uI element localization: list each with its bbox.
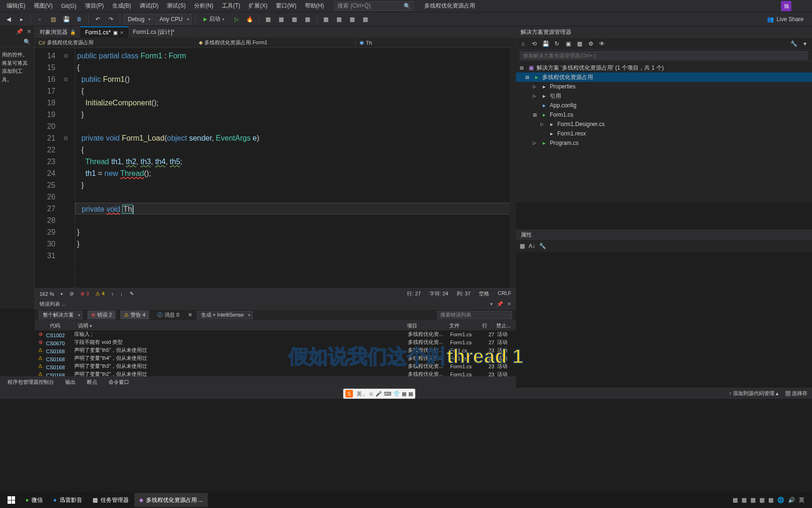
start-no-debug-icon[interactable]: ▷ [231,14,242,24]
menu-build[interactable]: 生成(B) [109,0,135,12]
tb-icon-4[interactable]: ▦ [302,14,313,24]
tree-node[interactable]: ▷▸Form1.Designer.cs [516,119,812,129]
nav-fwd-icon[interactable]: ▸ [16,14,27,24]
tb-icon-2[interactable]: ▦ [276,14,287,24]
alpha-icon[interactable]: A↓ [529,243,535,249]
zoom-level[interactable]: 162 % [39,291,54,297]
save-icon[interactable]: 💾 [541,40,550,48]
tray-icon[interactable]: ▦ [768,497,773,503]
task-vs[interactable]: ◆多线程优化资源占用 ... [134,493,208,507]
select-repo[interactable]: ▦ 选择存 [785,390,807,397]
eol-mode[interactable]: CRLF [498,290,511,297]
tab-breakpoints[interactable]: 断点 [82,377,102,387]
scope-combo[interactable]: 整个解决方案 [39,311,83,319]
solx-search[interactable] [516,50,812,61]
nav-up-icon[interactable]: ↑ [111,291,114,297]
tree-node[interactable]: ▤▸Form1.cs [516,110,812,119]
warnings-filter[interactable]: ⚠警告 4 [120,310,149,319]
code-editor[interactable]: 141516171819202122232425262728293031 ⊟⊟⊟… [35,48,516,288]
tree-node[interactable]: ▷▸引用 [516,91,812,101]
tray-icon[interactable]: ▦ [733,497,738,503]
indent-mode[interactable]: 空格 [479,290,489,297]
tree-node[interactable]: ▷▸Properties [516,82,812,91]
fold-gutter[interactable]: ⊟⊟⊟ [61,48,70,288]
tab-object-browser[interactable]: 对象浏览器 🔒 [35,26,80,38]
tray-icon[interactable]: ▦ [759,497,765,503]
tb-icon-3[interactable]: ▦ [289,14,300,24]
categorize-icon[interactable]: ▦ [520,243,525,249]
emoji-icon[interactable]: ☺ [368,391,374,397]
tree-node[interactable]: ▸App.config [516,101,812,110]
tree-node[interactable]: ▷▸Program.cs [516,138,812,148]
dropdown-icon[interactable]: ▾ [490,301,493,307]
filter-icon[interactable]: ▾ [801,40,809,48]
search-icon[interactable]: 🔍 [23,39,31,45]
open-icon[interactable]: ▤ [47,14,59,24]
wrench-icon[interactable]: 🔧 [789,40,798,48]
cleanup-icon[interactable]: ✎ [130,291,134,297]
menu-analyze[interactable]: 分析(N) [190,0,217,12]
pin-icon[interactable]: 📌 [16,28,23,35]
ime-lang[interactable]: 英 , [355,390,367,397]
task-taskmgr[interactable]: ▦任务管理器 [88,493,133,507]
menu-extensions[interactable]: 扩展(X) [245,0,271,12]
start-button[interactable] [3,493,20,507]
skin-icon[interactable]: 👕 [393,391,400,397]
system-tray[interactable]: ▦ ▦ ▦ ▦ ▦ 🌐 🔊 英 [733,496,809,504]
code-area[interactable]: public partial class Form1 : Form{ publi… [75,48,516,288]
home-icon[interactable]: ⌂ [519,40,527,48]
tb-icon-8[interactable]: ▦ [360,14,371,24]
keyboard-icon[interactable]: ⌨ [384,391,391,397]
platform-combo[interactable]: Any CPU [155,14,191,24]
tab-pkg-console[interactable]: 程序包管理器控制台 [3,377,59,387]
close-icon[interactable]: ✕ [27,28,31,35]
save-icon[interactable]: 💾 [61,14,72,24]
redo-icon[interactable]: ↷ [105,14,117,24]
tray-icon[interactable]: ▦ [750,497,756,503]
ime-toolbar[interactable]: S 英 , ☺ 🎤 ⌨ 👕 ▦ ▦ [343,389,415,399]
error-count[interactable]: ⊗ 3 [80,291,89,297]
mic-icon[interactable]: 🎤 [375,391,382,397]
warning-count[interactable]: ⚠ 4 [95,291,104,297]
menu-git[interactable]: Git(G) [57,1,80,11]
tb-icon-6[interactable]: ▦ [334,14,345,24]
tab-form1-design[interactable]: Form1.cs [设计]* [128,26,180,38]
menu-view[interactable]: 视图(V) [30,0,56,12]
undo-icon[interactable]: ↶ [92,14,103,24]
solx-tree[interactable]: ▤▣解决方案 '多线程优化资源占用' (1 个项目，共 1 个)▤▸多线程优化资… [516,61,812,202]
tree-node[interactable]: ▤▸多线程优化资源占用 [516,72,812,82]
start-button[interactable]: ▶ 启动 ▾ [199,14,229,24]
more-icon[interactable]: ▦ [408,391,413,397]
save-all-icon[interactable]: 🗎 [74,14,85,24]
preview-icon[interactable]: 👁 [598,40,606,48]
task-wechat[interactable]: ●微信 [21,493,47,507]
toolbox-icon[interactable]: ▦ [402,391,406,397]
hot-reload-icon[interactable]: 🔥 [244,14,256,24]
tray-icon[interactable]: ▦ [742,497,747,503]
info-filter[interactable]: ⓘ消息 0 [154,310,183,319]
errors-filter[interactable]: ⊗错误 2 [87,310,116,319]
bc-member[interactable]: ◉Th [356,38,516,48]
new-file-icon[interactable]: ▫ [34,14,46,24]
config-combo[interactable]: Debug [124,14,153,24]
tb-icon-7[interactable]: ▦ [347,14,358,24]
menu-test[interactable]: 测试(S) [163,0,189,12]
task-xunlei[interactable]: ●迅雷影音 [48,493,86,507]
menu-window[interactable]: 窗口(W) [272,0,300,12]
close-icon[interactable]: ✕ [120,30,124,35]
tab-output[interactable]: 输出 [61,377,80,387]
tab-command[interactable]: 命令窗口 [104,377,134,387]
add-source-control[interactable]: ↑ 添加到源代码管理 ▴ [729,390,779,397]
global-search[interactable]: 搜索 (Ctrl+Q) 🔍 [334,1,414,11]
no-issues-icon[interactable]: ⊘ [70,291,74,297]
menu-help[interactable]: 帮助(H) [301,0,328,12]
bc-class[interactable]: ◆多线程优化资源占用.Form1 [195,38,355,48]
menu-debug[interactable]: 调试(D) [136,0,163,12]
showall-icon[interactable]: ▦ [575,40,584,48]
liveshare-button[interactable]: 👥 Live Share [761,16,809,23]
menu-tools[interactable]: 工具(T) [218,0,244,12]
menu-edit[interactable]: 编辑(E) [3,0,29,12]
error-row[interactable]: ⊗CS1002应输入 ;多线程优化资...Form1.cs27活动 [35,330,516,338]
volume-icon[interactable]: 🔊 [788,497,795,503]
scrollbar[interactable] [509,48,516,288]
